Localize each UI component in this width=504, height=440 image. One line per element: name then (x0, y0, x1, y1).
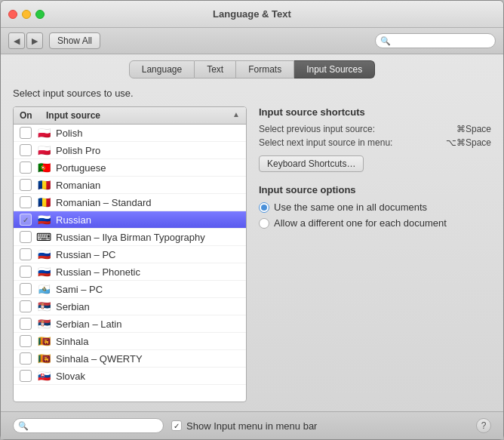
options-title: Input source options (259, 184, 491, 195)
radio-different-label: Allow a different one for each document (274, 217, 447, 229)
list-item[interactable]: 🇷🇸Serbian (14, 298, 246, 315)
item-label: Romanian (56, 180, 100, 191)
item-checkbox[interactable] (20, 318, 32, 330)
item-label: Portuguese (56, 162, 106, 174)
toolbar-search-input[interactable] (375, 33, 496, 48)
flag-icon: 🇷🇺 (36, 214, 51, 225)
item-checkbox[interactable] (20, 179, 32, 191)
traffic-lights (8, 10, 45, 19)
show-input-menu-checkbox[interactable] (171, 420, 182, 431)
show-input-menu-label: Show Input menu in menu bar (186, 420, 317, 432)
flag-icon: 🇸🇰 (36, 371, 51, 381)
flag-icon: 🇷🇸 (36, 318, 51, 329)
item-label: Russian (56, 214, 91, 226)
tab-language[interactable]: Language (129, 60, 195, 78)
list-item[interactable]: 🇷🇸Serbian – Latin (14, 315, 246, 333)
flag-icon: 🇱🇰 (36, 353, 51, 364)
radio-different-icon[interactable] (259, 218, 269, 229)
item-label: Polish (56, 128, 82, 139)
flag-icon: 🇵🇱 (36, 128, 51, 138)
tab-formats[interactable]: Formats (236, 60, 294, 78)
flag-icon: 🇸🇲 (36, 284, 51, 294)
item-label: Sinhala – QWERTY (56, 353, 143, 365)
list-item[interactable]: 🇸🇰Slovak (14, 368, 246, 385)
content-area: Select input sources to use. On Input so… (1, 78, 503, 411)
bottom-search-icon: 🔍 (18, 421, 29, 431)
item-checkbox[interactable] (20, 144, 32, 156)
radio-row-different[interactable]: Allow a different one for each document (259, 217, 491, 229)
list-item[interactable]: 🇷🇺Russian – PC (14, 246, 246, 263)
list-item[interactable]: 🇷🇺Russian (14, 211, 246, 229)
item-checkbox[interactable] (20, 266, 32, 278)
list-item[interactable]: 🇱🇰Sinhala (14, 333, 246, 350)
flag-icon: 🇵🇹 (36, 162, 51, 173)
radio-same-icon[interactable] (259, 202, 269, 213)
list-item[interactable]: 🇷🇴Romanian – Standard (14, 194, 246, 211)
flag-icon: 🇵🇱 (36, 145, 51, 155)
tab-text[interactable]: Text (195, 60, 236, 78)
col-source-header: Input source (46, 110, 232, 121)
list-item[interactable]: 🇷🇴Romanian (14, 177, 246, 194)
flag-icon: 🇷🇴 (36, 197, 51, 208)
search-icon: 🔍 (380, 36, 391, 46)
list-header: On Input source ▲ (14, 107, 246, 125)
list-item[interactable]: 🇵🇱Polish Pro (14, 142, 246, 159)
list-item[interactable]: 🇷🇺Russian – Phonetic (14, 263, 246, 281)
help-button[interactable]: ? (476, 418, 491, 433)
flag-icon: 🇱🇰 (36, 336, 51, 346)
item-label: Russian – Phonetic (56, 266, 140, 278)
input-sources-list: On Input source ▲ 🇵🇱Polish🇵🇱Polish Pro🇵🇹… (13, 106, 247, 402)
minimize-button[interactable] (22, 10, 31, 19)
list-item[interactable]: 🇵🇱Polish (14, 125, 246, 142)
item-checkbox[interactable] (20, 231, 32, 243)
bottom-search-input[interactable] (13, 418, 164, 433)
item-checkbox[interactable] (20, 370, 32, 382)
shortcut-next-label: Select next input source in menu: (259, 137, 392, 148)
maximize-button[interactable] (35, 10, 45, 19)
bottom-bar: 🔍 Show Input menu in menu bar ? (1, 411, 503, 439)
list-item[interactable]: 🇸🇲Sami – PC (14, 281, 246, 298)
content-instruction: Select input sources to use. (13, 88, 491, 99)
item-checkbox[interactable] (20, 127, 32, 139)
toolbar: ◀ ▶ Show All 🔍 (1, 28, 503, 54)
item-checkbox[interactable] (20, 352, 32, 365)
shortcuts-section: Input source shortcuts Select previous i… (259, 106, 491, 172)
titlebar: Language & Text (1, 1, 503, 28)
flag-icon: 🇷🇸 (36, 301, 51, 312)
show-input-menu-row: Show Input menu in menu bar (171, 420, 317, 432)
item-checkbox[interactable] (20, 283, 32, 295)
back-button[interactable]: ◀ (8, 32, 25, 49)
list-items-container: 🇵🇱Polish🇵🇱Polish Pro🇵🇹Portuguese🇷🇴Romani… (14, 125, 246, 402)
shortcut-prev-key: ⌘Space (456, 124, 491, 134)
item-checkbox[interactable] (20, 300, 32, 312)
close-button[interactable] (8, 10, 17, 19)
list-item[interactable]: ⌨Russian – Ilya Birman Typography (14, 229, 246, 246)
show-all-button[interactable]: Show All (49, 32, 100, 49)
tab-input-sources[interactable]: Input Sources (294, 60, 375, 78)
flag-icon: 🇷🇺 (36, 249, 51, 260)
flag-icon: 🇷🇴 (36, 180, 51, 190)
col-on-header: On (20, 110, 46, 121)
list-item[interactable]: 🇵🇹Portuguese (14, 159, 246, 177)
keyboard-shortcuts-button[interactable]: Keyboard Shortcuts… (259, 155, 364, 172)
radio-row-same[interactable]: Use the same one in all documents (259, 202, 491, 213)
item-label: Sinhala (56, 336, 88, 347)
shortcut-prev-label: Select previous input source: (259, 124, 375, 134)
item-checkbox[interactable] (20, 196, 32, 208)
item-label: Slovak (56, 371, 85, 382)
main-area: On Input source ▲ 🇵🇱Polish🇵🇱Polish Pro🇵🇹… (13, 106, 491, 402)
window-title: Language & Text (213, 8, 291, 20)
bottom-search-box: 🔍 (13, 418, 164, 433)
nav-buttons: ◀ ▶ (8, 32, 43, 49)
item-label: Sami – PC (56, 284, 103, 295)
forward-button[interactable]: ▶ (26, 32, 43, 49)
shortcut-next-row: Select next input source in menu: ⌥⌘Spac… (259, 137, 491, 148)
shortcut-next-key: ⌥⌘Space (446, 137, 491, 148)
sort-arrow-icon: ▲ (232, 110, 240, 121)
main-window: Language & Text ◀ ▶ Show All 🔍 Language … (0, 0, 504, 440)
list-item[interactable]: 🇱🇰Sinhala – QWERTY (14, 350, 246, 368)
item-checkbox[interactable] (20, 162, 32, 174)
item-checkbox[interactable] (20, 335, 32, 347)
item-checkbox[interactable] (20, 214, 32, 226)
item-checkbox[interactable] (20, 248, 32, 260)
